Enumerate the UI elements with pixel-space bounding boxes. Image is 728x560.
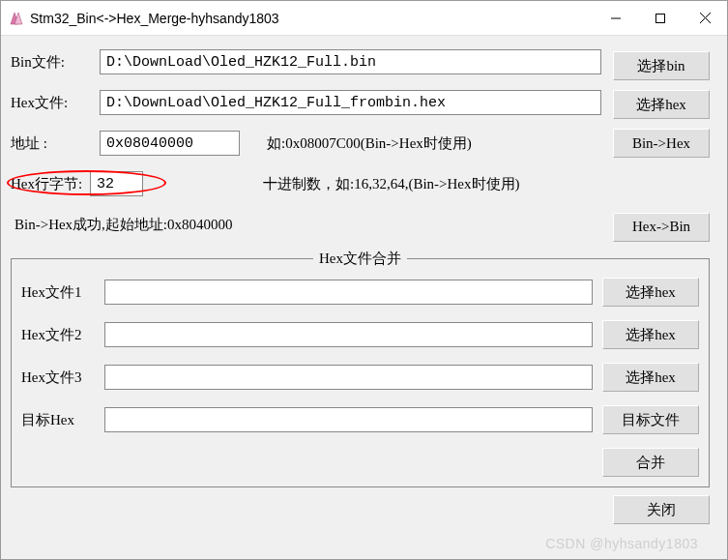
close-button[interactable]: 关闭 <box>613 495 710 524</box>
merge-hex3-button[interactable]: 选择hex <box>602 363 699 392</box>
window-title: Stm32_Bin<->Hex_Merge-hyhsandy1803 <box>30 11 594 26</box>
merge-hex3-label: Hex文件3 <box>21 368 95 387</box>
merge-target-input[interactable] <box>104 407 593 432</box>
window-controls <box>594 1 727 36</box>
merge-hex2-input[interactable] <box>104 322 593 347</box>
close-window-button[interactable] <box>683 1 727 36</box>
client-area: Bin文件: Hex文件: 地址 : 如:0x08007C00(Bin->Hex… <box>1 36 727 559</box>
merge-legend: Hex文件合并 <box>313 250 407 268</box>
hex-row-bytes-label: Hex行字节: <box>11 175 90 193</box>
watermark-text: CSDN @hyhsandy1803 <box>545 536 698 551</box>
merge-hex1-label: Hex文件1 <box>21 283 95 302</box>
merge-hex1-button[interactable]: 选择hex <box>602 278 699 307</box>
merge-hex3-input[interactable] <box>104 365 593 390</box>
hex-row-bytes-input[interactable] <box>90 171 143 196</box>
select-bin-button[interactable]: 选择bin <box>613 51 710 80</box>
merge-target-button[interactable]: 目标文件 <box>602 405 699 434</box>
window: Stm32_Bin<->Hex_Merge-hyhsandy1803 Bin文件… <box>0 0 728 560</box>
merge-group: Hex文件合并 Hex文件1 选择hex Hex文件2 选择hex Hex文件3… <box>11 250 710 487</box>
address-label: 地址 : <box>11 134 92 153</box>
minimize-button[interactable] <box>594 1 638 36</box>
maximize-button[interactable] <box>638 1 683 36</box>
titlebar: Stm32_Bin<->Hex_Merge-hyhsandy1803 <box>1 1 727 36</box>
merge-hex2-label: Hex文件2 <box>21 326 95 344</box>
hex-file-label: Hex文件: <box>11 94 92 112</box>
hex-file-input[interactable] <box>100 90 601 115</box>
merge-button[interactable]: 合并 <box>602 448 699 477</box>
address-input[interactable] <box>100 131 240 156</box>
address-hint: 如:0x08007C00(Bin->Hex时使用) <box>267 134 472 153</box>
merge-hex1-input[interactable] <box>104 280 593 305</box>
bin-file-input[interactable] <box>100 49 601 74</box>
status-text: Bin->Hex成功,起始地址:0x8040000 <box>15 216 601 234</box>
svg-rect-1 <box>656 14 665 22</box>
hex-to-bin-button[interactable]: Hex->Bin <box>613 213 710 242</box>
bin-to-hex-button[interactable]: Bin->Hex <box>613 129 710 158</box>
select-hex-button[interactable]: 选择hex <box>613 90 710 119</box>
hex-row-bytes-hint: 十进制数，如:16,32,64,(Bin->Hex时使用) <box>263 175 520 193</box>
merge-hex2-button[interactable]: 选择hex <box>602 320 699 349</box>
merge-target-label: 目标Hex <box>21 411 95 429</box>
app-icon <box>9 11 24 26</box>
bin-file-label: Bin文件: <box>11 53 92 72</box>
